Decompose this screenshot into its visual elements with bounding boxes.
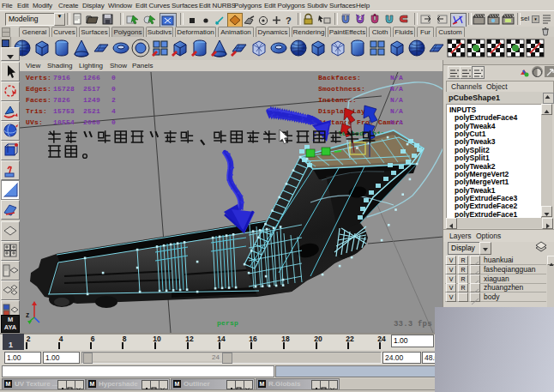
svg-text:Edges:: Edges: <box>26 85 51 93</box>
svg-text:N/A: N/A <box>390 118 403 126</box>
svg-text:N/A: N/A <box>390 107 403 115</box>
svg-text:persp: persp <box>217 319 238 327</box>
svg-text:0: 0 <box>111 74 116 81</box>
svg-text:UVs:: UVs: <box>26 118 43 126</box>
svg-text:2517: 2517 <box>83 85 100 93</box>
svg-text:2060: 2060 <box>83 118 100 126</box>
svg-text:Verts:: Verts: <box>26 74 51 81</box>
svg-text:33.3 fps: 33.3 fps <box>394 320 432 329</box>
svg-text:Smoothness:: Smoothness: <box>318 85 365 93</box>
svg-text:7916: 7916 <box>53 74 70 81</box>
svg-text:Backfaces:: Backfaces: <box>318 74 361 81</box>
svg-text:4: 4 <box>111 107 116 115</box>
svg-text:15728: 15728 <box>53 85 75 93</box>
svg-text:?: ? <box>286 15 292 26</box>
svg-text:Z: Z <box>26 312 29 319</box>
svg-text:7826: 7826 <box>53 96 70 104</box>
svg-text:N/A: N/A <box>390 74 403 81</box>
svg-text:1249: 1249 <box>83 96 100 104</box>
svg-text:2: 2 <box>111 96 116 104</box>
svg-text:1266: 1266 <box>83 74 100 81</box>
svg-text:Tris:: Tris: <box>26 107 47 115</box>
svg-text:15753: 15753 <box>53 107 75 115</box>
svg-text:Faces:: Faces: <box>26 96 51 104</box>
svg-text:2521: 2521 <box>83 107 100 115</box>
svg-text:Display Lay: Display Lay <box>318 107 365 115</box>
svg-text:N/A: N/A <box>390 96 403 104</box>
svg-text:0: 0 <box>111 85 116 93</box>
svg-text:2: 2 <box>358 15 362 21</box>
svg-text:10554: 10554 <box>53 118 75 126</box>
svg-text:0: 0 <box>111 118 116 126</box>
